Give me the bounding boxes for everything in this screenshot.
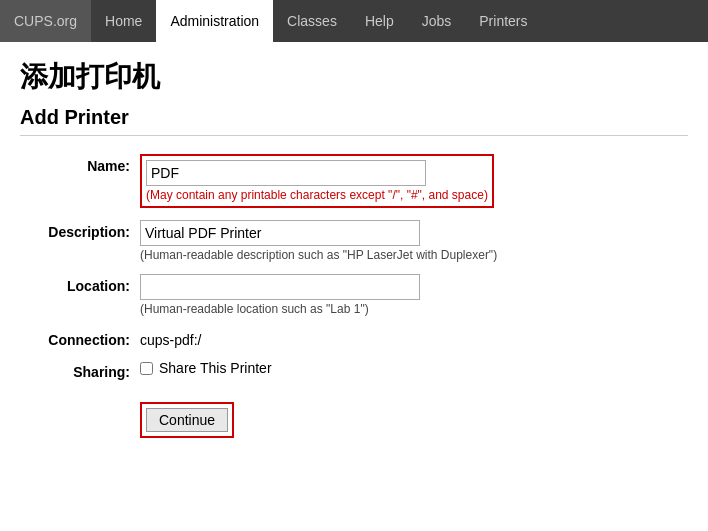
page-content: 添加打印机 Add Printer Name: (May contain any…	[0, 42, 708, 458]
nav-classes[interactable]: Classes	[273, 0, 351, 42]
name-input[interactable]	[146, 160, 426, 186]
description-hint: (Human-readable description such as "HP …	[140, 248, 497, 262]
location-hint: (Human-readable location such as "Lab 1"…	[140, 302, 420, 316]
sharing-row: Sharing: Share This Printer	[30, 360, 688, 380]
sharing-controls: Share This Printer	[140, 360, 272, 376]
nav-administration[interactable]: Administration	[156, 0, 273, 42]
name-label: Name:	[30, 154, 140, 174]
description-row: Description: (Human-readable description…	[30, 220, 688, 262]
description-label: Description:	[30, 220, 140, 240]
continue-button-area: Continue	[140, 402, 234, 438]
page-title-zh: 添加打印机	[20, 58, 688, 96]
sharing-checkbox-label: Share This Printer	[159, 360, 272, 376]
nav-home[interactable]: Home	[91, 0, 156, 42]
location-field-wrap: (Human-readable location such as "Lab 1"…	[140, 274, 420, 316]
nav-bar: CUPS.org Home Administration Classes Hel…	[0, 0, 708, 42]
connection-value: cups-pdf:/	[140, 328, 201, 348]
nav-cups-org[interactable]: CUPS.org	[0, 0, 91, 42]
connection-row: Connection: cups-pdf:/	[30, 328, 688, 348]
connection-label: Connection:	[30, 328, 140, 348]
continue-button[interactable]: Continue	[146, 408, 228, 432]
nav-printers[interactable]: Printers	[465, 0, 541, 42]
nav-help[interactable]: Help	[351, 0, 408, 42]
add-printer-form: Name: (May contain any printable charact…	[20, 154, 688, 438]
section-title: Add Printer	[20, 106, 688, 136]
sharing-label: Sharing:	[30, 360, 140, 380]
nav-jobs[interactable]: Jobs	[408, 0, 466, 42]
location-input[interactable]	[140, 274, 420, 300]
name-field-wrap: (May contain any printable characters ex…	[140, 154, 494, 208]
sharing-checkbox[interactable]	[140, 362, 153, 375]
description-field-wrap: (Human-readable description such as "HP …	[140, 220, 497, 262]
description-input[interactable]	[140, 220, 420, 246]
location-row: Location: (Human-readable location such …	[30, 274, 688, 316]
location-label: Location:	[30, 274, 140, 294]
name-hint: (May contain any printable characters ex…	[146, 188, 488, 202]
name-row: Name: (May contain any printable charact…	[30, 154, 688, 208]
